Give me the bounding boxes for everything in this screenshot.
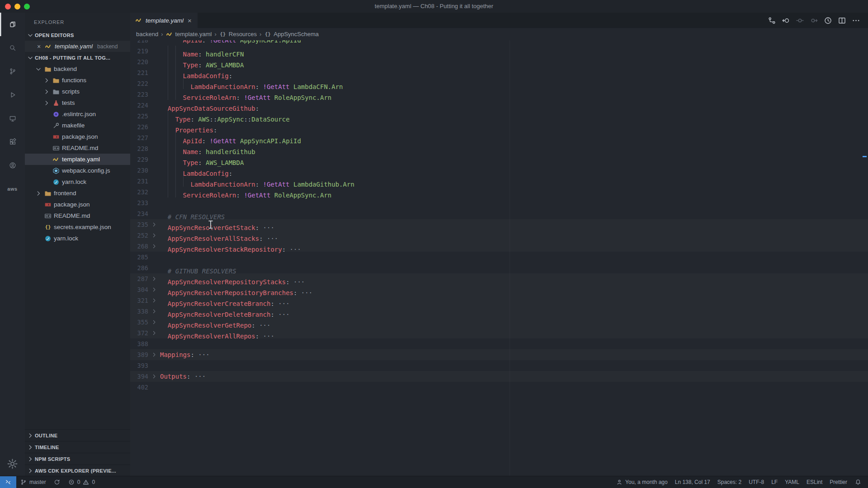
line-number[interactable]: 389 — [130, 349, 148, 360]
line-number[interactable]: 285 — [130, 252, 148, 263]
tree-item-yarn-lock[interactable]: yarn.lock — [25, 233, 130, 244]
line-number[interactable]: 394 — [130, 371, 148, 382]
tree-item-webpack-config-js[interactable]: webpack.config.js — [25, 165, 130, 176]
code-text[interactable]: AppSyncResolverGetStack: ··· — [160, 219, 274, 230]
open-changes-icon[interactable] — [767, 15, 777, 25]
line-number[interactable]: 233 — [130, 197, 148, 208]
tree-item-yarn-lock[interactable]: yarn.lock — [25, 176, 130, 188]
code-text[interactable]: LambdaConfig: — [160, 67, 232, 78]
status-language-mode[interactable]: YAML — [781, 476, 803, 488]
close-icon[interactable]: × — [36, 43, 42, 50]
activity-remote-explorer[interactable] — [0, 107, 25, 130]
line-number[interactable]: 388 — [130, 338, 148, 349]
activity-manage[interactable] — [0, 452, 25, 475]
code-text[interactable]: Mappings: ··· — [160, 349, 210, 360]
fold-chevron-icon[interactable] — [148, 219, 160, 230]
code-line[interactable]: 338AppSyncResolverDeleteBranch: ··· — [130, 306, 868, 317]
line-number[interactable]: 230 — [130, 165, 148, 176]
breadcrumb-item-appsyncschema[interactable]: {}AppSyncSchema — [264, 31, 319, 38]
code-line[interactable]: 394Outputs: ··· — [130, 371, 868, 382]
code-text[interactable]: AppSyncResolverDeleteBranch: ··· — [160, 306, 290, 317]
code-line[interactable]: 389Mappings: ··· — [130, 349, 868, 360]
breadcrumb-item-resources[interactable]: {}Resources — [219, 31, 257, 38]
close-icon[interactable]: × — [187, 17, 193, 24]
code-line[interactable]: 224AppSyncDataSourceGithub: — [130, 100, 868, 111]
tree-item-frontend[interactable]: frontend — [25, 188, 130, 199]
line-number[interactable]: 225 — [130, 111, 148, 122]
status-sync[interactable] — [50, 476, 64, 488]
fold-chevron-icon[interactable] — [148, 306, 160, 317]
code-text[interactable]: AppSyncResolverAllRepos: ··· — [160, 328, 274, 338]
tree-item-backend[interactable]: backend — [25, 63, 130, 75]
code-text[interactable]: AppSyncResolverAllStacks: ··· — [160, 230, 278, 241]
fold-chevron-icon[interactable] — [148, 328, 160, 338]
code-line[interactable]: 402 — [130, 382, 868, 393]
code-text[interactable]: LambdaConfig: — [160, 165, 232, 176]
line-number[interactable]: 402 — [130, 382, 148, 393]
open-editor-item[interactable]: × template.yaml backend — [25, 41, 130, 52]
tab-template-yaml[interactable]: template.yaml × — [130, 13, 198, 28]
status-eol[interactable]: LF — [768, 476, 781, 488]
code-text[interactable]: AppSyncResolverStackRepository: ··· — [160, 241, 301, 252]
code-line[interactable]: 268AppSyncResolverStackRepository: ··· — [130, 241, 868, 252]
tree-item-secrets-example-json[interactable]: {}secrets.example.json — [25, 221, 130, 233]
code-line[interactable]: 321AppSyncResolverCreateBranch: ··· — [130, 295, 868, 306]
code-text[interactable]: AppSyncResolverGetRepo: ··· — [160, 317, 270, 328]
line-number[interactable]: 228 — [130, 143, 148, 154]
tree-item-scripts[interactable]: scripts — [25, 86, 130, 97]
status-indentation[interactable]: Spaces: 2 — [714, 476, 745, 488]
code-line[interactable]: 286# GITHUB RESOLVERS — [130, 263, 868, 273]
code-line[interactable]: 372AppSyncResolverAllRepos: ··· — [130, 328, 868, 338]
code-line[interactable]: 225Type: AWS::AppSync::DataSource — [130, 111, 868, 122]
fold-chevron-icon[interactable] — [148, 317, 160, 328]
fold-chevron-icon[interactable] — [148, 349, 160, 360]
code-text[interactable]: # GITHUB RESOLVERS — [160, 263, 236, 273]
fold-chevron-icon[interactable] — [148, 284, 160, 295]
code-line[interactable]: 388 — [130, 338, 868, 349]
code-line[interactable]: 234# CFN RESOLVERS — [130, 208, 868, 219]
go-back-icon[interactable] — [781, 15, 791, 25]
line-number[interactable]: 227 — [130, 132, 148, 143]
code-editor[interactable]: 218ApiId: !GetAtt AppSyncAPI.ApiId219Nam… — [130, 40, 868, 476]
activity-aws[interactable]: aws — [0, 177, 25, 201]
line-number[interactable]: 372 — [130, 328, 148, 338]
tree-item-eslintrc-json[interactable]: .eslintrc.json — [25, 108, 130, 120]
code-text[interactable]: ApiId: !GetAtt AppSyncAPI.ApiId — [160, 40, 301, 46]
code-line[interactable]: 228Name: handlerGithub — [130, 143, 868, 154]
activity-source-control[interactable] — [0, 60, 25, 83]
tree-item-tests[interactable]: tests — [25, 97, 130, 108]
line-number[interactable]: 287 — [130, 273, 148, 284]
line-number[interactable]: 355 — [130, 317, 148, 328]
title-bar[interactable]: template.yaml — Ch08 - Putting it all to… — [0, 0, 868, 13]
line-number[interactable]: 222 — [130, 78, 148, 89]
activity-run-debug[interactable] — [0, 83, 25, 107]
tree-item-functions[interactable]: functions — [25, 75, 130, 86]
code-text[interactable]: AppSyncDataSourceGithub: — [160, 100, 259, 111]
code-text[interactable]: Type: AWS_LAMBDA — [160, 56, 244, 67]
tree-item-package-json[interactable]: package.json — [25, 131, 130, 142]
line-number[interactable]: 229 — [130, 154, 148, 165]
code-line[interactable]: 222LambdaFunctionArn: !GetAtt LambdaCFN.… — [130, 78, 868, 89]
line-number[interactable]: 221 — [130, 67, 148, 78]
tree-item-template-yaml[interactable]: template.yaml — [25, 154, 130, 165]
code-line[interactable]: 235AppSyncResolverGetStack: ··· — [130, 219, 868, 230]
previous-change-icon[interactable] — [795, 15, 805, 25]
code-line[interactable]: 221LambdaConfig: — [130, 67, 868, 78]
breadcrumb-item-template-yaml[interactable]: template.yaml — [166, 31, 212, 38]
fold-chevron-icon[interactable] — [148, 241, 160, 252]
fold-chevron-icon[interactable] — [148, 295, 160, 306]
code-text[interactable]: LambdaFunctionArn: !GetAtt LambdaCFN.Arn — [160, 78, 343, 89]
line-number[interactable]: 286 — [130, 263, 148, 273]
tree-item-readme-md[interactable]: README.md — [25, 142, 130, 154]
line-number[interactable]: 393 — [130, 360, 148, 371]
sidebar-section-timeline[interactable]: TIMELINE — [25, 441, 130, 453]
line-number[interactable]: 226 — [130, 122, 148, 132]
code-line[interactable]: 220Type: AWS_LAMBDA — [130, 56, 868, 67]
status-cursor-position[interactable]: Ln 138, Col 17 — [671, 476, 714, 488]
fold-chevron-icon[interactable] — [148, 273, 160, 284]
code-text[interactable]: ServiceRoleArn: !GetAtt RoleAppSync.Arn — [160, 187, 331, 197]
code-line[interactable]: 230LambdaConfig: — [130, 165, 868, 176]
code-line[interactable]: 233 — [130, 197, 868, 208]
tree-item-readme-md[interactable]: README.md — [25, 210, 130, 221]
tree-item-makefile[interactable]: makefile — [25, 120, 130, 131]
